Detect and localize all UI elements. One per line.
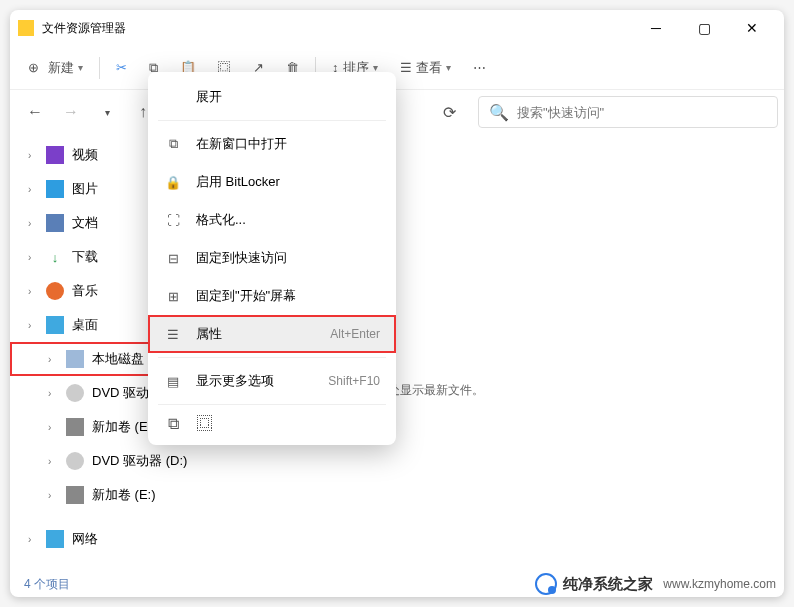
chevron-right-icon: › [48, 354, 58, 365]
pin-start-icon: ⊞ [164, 287, 182, 305]
plus-icon: ⊕ [28, 60, 44, 76]
chevron-right-icon: › [28, 320, 38, 331]
sidebar-item-label: 图片 [72, 180, 98, 198]
ctx-pin-start[interactable]: ⊞ 固定到"开始"屏幕 [148, 277, 396, 315]
new-button[interactable]: ⊕ 新建 ▾ [20, 52, 91, 84]
ctx-label: 启用 BitLocker [196, 173, 280, 191]
sidebar-item-label: 新加卷 (E:) [92, 418, 156, 436]
ctx-bitlocker[interactable]: 🔒 启用 BitLocker [148, 163, 396, 201]
sidebar-item-network[interactable]: ›网络 [10, 522, 240, 556]
chevron-right-icon: › [48, 456, 58, 467]
pictures-icon [46, 180, 64, 198]
ctx-shortcut: Alt+Enter [330, 327, 380, 341]
view-icon: ☰ [400, 60, 412, 75]
back-button[interactable]: ← [20, 97, 50, 127]
chevron-right-icon: › [28, 286, 38, 297]
chevron-right-icon: › [28, 150, 38, 161]
toolbar: ⊕ 新建 ▾ ✂ ⧉ 📋 ⿴ ↗ 🗑 ↕ 排序 ▾ ☰ 查看 ▾ ⋯ [10, 46, 784, 90]
dvd-icon [66, 384, 84, 402]
sidebar-item-label: 新加卷 (E:) [92, 486, 156, 504]
music-icon [46, 282, 64, 300]
video-icon [46, 146, 64, 164]
separator [158, 404, 386, 405]
sidebar-item-dvd-drive-d-2[interactable]: ›DVD 驱动器 (D:) [10, 444, 240, 478]
drive-icon [66, 350, 84, 368]
separator [99, 57, 100, 79]
item-count: 4 个项目 [24, 576, 70, 593]
properties-icon: ☰ [164, 325, 182, 343]
ctx-label: 固定到"开始"屏幕 [196, 287, 296, 305]
minimize-button[interactable]: ─ [636, 13, 676, 43]
search-input[interactable] [517, 105, 767, 120]
ctx-label: 格式化... [196, 211, 246, 229]
ctx-pin-quick-access[interactable]: ⊟ 固定到快速访问 [148, 239, 396, 277]
view-button[interactable]: ☰ 查看 ▾ [392, 52, 459, 84]
watermark-icon [535, 573, 557, 595]
sidebar-item-label: 音乐 [72, 282, 98, 300]
chevron-right-icon: › [28, 218, 38, 229]
dvd-icon [66, 452, 84, 470]
sidebar-item-label: 网络 [72, 530, 98, 548]
drive-icon [66, 486, 84, 504]
up-button[interactable]: ▾ [92, 97, 122, 127]
ctx-expand[interactable]: 展开 [148, 78, 396, 116]
file-explorer-window: 文件资源管理器 ─ ▢ ✕ ⊕ 新建 ▾ ✂ ⧉ 📋 ⿴ ↗ 🗑 ↕ 排序 ▾ … [10, 10, 784, 597]
separator [158, 120, 386, 121]
watermark-url: www.kzmyhome.com [663, 577, 776, 591]
chevron-right-icon: › [48, 490, 58, 501]
copy-icon[interactable]: ⧉ [164, 415, 182, 433]
ctx-label: 显示更多选项 [196, 372, 274, 390]
ellipsis-icon: ⋯ [473, 60, 486, 75]
forward-button[interactable]: → [56, 97, 86, 127]
download-icon: ↓ [46, 248, 64, 266]
context-menu: 展开 ⧉ 在新窗口中打开 🔒 启用 BitLocker ⛶ 格式化... ⊟ 固… [148, 72, 396, 445]
chevron-right-icon: › [48, 388, 58, 399]
ctx-open-new-window[interactable]: ⧉ 在新窗口中打开 [148, 125, 396, 163]
view-label: 查看 [416, 59, 442, 77]
watermark-name: 纯净系统之家 [563, 575, 653, 594]
lock-icon: 🔒 [164, 173, 182, 191]
document-icon [46, 214, 64, 232]
navigation-bar: ← → ▾ ↑ ⟳ 🔍 [10, 90, 784, 134]
search-box[interactable]: 🔍 [478, 96, 778, 128]
chevron-right-icon: › [28, 184, 38, 195]
new-window-icon: ⧉ [164, 135, 182, 153]
more-button[interactable]: ⋯ [465, 52, 494, 84]
maximize-button[interactable]: ▢ [684, 13, 724, 43]
chevron-down-icon: ▾ [446, 62, 451, 73]
format-icon: ⛶ [164, 211, 182, 229]
ctx-icons-row: ⧉ ⿴ [148, 409, 396, 439]
chevron-down-icon: ▾ [78, 62, 83, 73]
chevron-right-icon: › [48, 422, 58, 433]
cut-button[interactable]: ✂ [108, 52, 135, 84]
ctx-properties[interactable]: ☰ 属性 Alt+Enter [148, 315, 396, 353]
sidebar-item-label: DVD 驱动器 (D:) [92, 452, 187, 470]
ctx-label: 在新窗口中打开 [196, 135, 287, 153]
search-icon: 🔍 [489, 103, 509, 122]
network-icon [46, 530, 64, 548]
sidebar-item-label: 桌面 [72, 316, 98, 334]
chevron-right-icon: › [28, 252, 38, 263]
titlebar: 文件资源管理器 ─ ▢ ✕ [10, 10, 784, 46]
more-icon: ▤ [164, 372, 182, 390]
sidebar-item-label: 下载 [72, 248, 98, 266]
main-area: ›视频 ›图片 ›文档 ›↓下载 ›音乐 ›桌面 ›本地磁盘 (C:) ›DVD… [10, 134, 784, 571]
ctx-label: 展开 [196, 88, 222, 106]
window-title: 文件资源管理器 [42, 20, 636, 37]
drive-icon [66, 418, 84, 436]
sidebar-item-new-volume-e-2[interactable]: ›新加卷 (E:) [10, 478, 240, 512]
refresh-button[interactable]: ⟳ [434, 97, 464, 127]
chevron-right-icon: › [28, 534, 38, 545]
blank-icon [164, 88, 182, 106]
pin-icon: ⊟ [164, 249, 182, 267]
ctx-label: 固定到快速访问 [196, 249, 287, 267]
sidebar-item-label: 文档 [72, 214, 98, 232]
watermark: 纯净系统之家 www.kzmyhome.com [535, 573, 776, 595]
ctx-format[interactable]: ⛶ 格式化... [148, 201, 396, 239]
ctx-more-options[interactable]: ▤ 显示更多选项 Shift+F10 [148, 362, 396, 400]
desktop-icon [46, 316, 64, 334]
scissors-icon: ✂ [116, 60, 127, 75]
window-controls: ─ ▢ ✕ [636, 13, 772, 43]
rename-icon[interactable]: ⿴ [196, 415, 214, 433]
close-button[interactable]: ✕ [732, 13, 772, 43]
